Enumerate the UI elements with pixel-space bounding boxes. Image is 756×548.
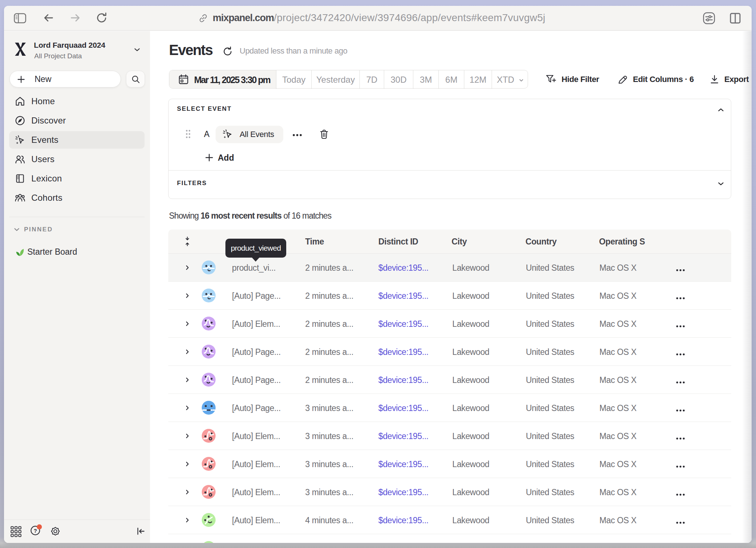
svg-text:?: ?: [34, 528, 37, 534]
